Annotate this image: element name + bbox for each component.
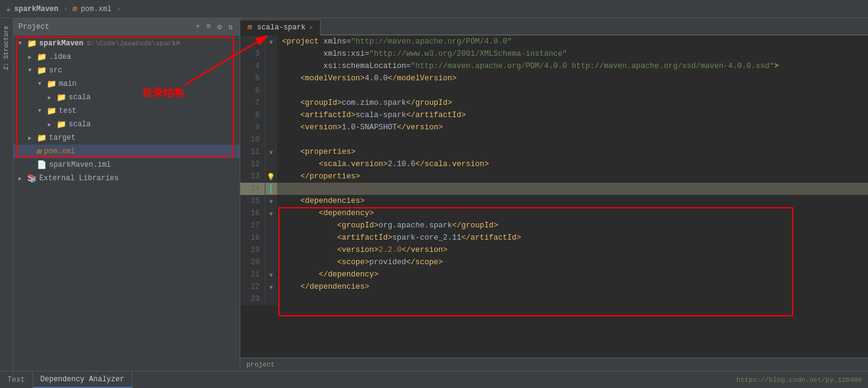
- bottom-bar: Text Dependency Analyzer https://blog.cs…: [0, 371, 868, 388]
- arrow-scala-main: ▶: [48, 94, 56, 101]
- breadcrumb-sep2: ›: [116, 5, 121, 13]
- code-line-14: 14: [240, 183, 868, 195]
- gear-icon[interactable]: ⚙: [215, 22, 224, 32]
- fold-icon-16[interactable]: ▼: [269, 211, 273, 218]
- tree-item-extlibs[interactable]: ▶ 📚 External Libraries: [13, 172, 240, 185]
- code-line-11: 11 ▼ <properties>: [240, 146, 868, 158]
- code-line-23: 23: [240, 293, 868, 305]
- tree-label-iml: sparkMaven.iml: [49, 161, 111, 169]
- app-window: ☕ sparkMaven › m pom.xml › Z: Structure …: [0, 0, 868, 388]
- maven-icon-pom: m: [37, 147, 42, 156]
- code-line-8: 8 <artifactId>scala-spark</artifactId>: [240, 109, 868, 121]
- code-line-9: 9 <version>1.0-SNAPSHOT</version>: [240, 121, 868, 134]
- tree-item-iml[interactable]: ▶ 📄 sparkMaven.iml: [13, 158, 240, 172]
- sidebar-strip: Z: Structure: [0, 18, 13, 371]
- code-line-20: 20 <scope>provided</scope>: [240, 256, 868, 268]
- code-line-17: 17 <groupId>org.apache.spark</groupId>: [240, 219, 868, 232]
- top-file-name: pom.xml: [81, 5, 112, 13]
- caret-indicator: [270, 184, 272, 194]
- project-panel: Project + ≡ ⚙ ⇅ ▼ 📁 sparkMaven D:\Code\J…: [13, 18, 240, 371]
- arrow-test: ▼: [38, 108, 47, 114]
- tree-item-main[interactable]: ▼ 📁 main: [13, 77, 240, 91]
- code-line-15: 15 ▼ <dependencies>: [240, 195, 868, 207]
- project-tree: ▼ 📁 sparkMaven D:\Code\JavaCode\sparkM ▶…: [13, 36, 240, 371]
- code-line-12: 12 <scala.version>2.10.6</scala.version>: [240, 158, 868, 170]
- app-icon: ☕: [6, 4, 10, 13]
- tree-label-scala-main: scala: [69, 93, 91, 102]
- tab-scala-spark[interactable]: m scala-spark ✕: [240, 20, 321, 36]
- project-panel-header: Project + ≡ ⚙ ⇅: [13, 18, 240, 36]
- tree-label-sparkMaven: sparkMaven: [39, 39, 83, 48]
- folder-icon-src: 📁: [37, 66, 47, 75]
- tab-maven-icon: m: [248, 23, 252, 32]
- code-line-19: 19 <version>2.2.0</version>: [240, 244, 868, 256]
- settings-icon[interactable]: ≡: [205, 22, 213, 31]
- bottom-tab-dependency-label: Dependency Analyzer: [40, 375, 124, 384]
- tree-item-idea[interactable]: ▶ 📁 .idea: [13, 50, 240, 64]
- code-line-7: 7 <groupId>com.zimo.spark</groupId>: [240, 97, 868, 109]
- code-line-22: 22 ▼ </dependencies>: [240, 281, 868, 293]
- tree-label-scala-test: scala: [69, 120, 91, 129]
- code-line-18: 18 <artifactId>spark-core_2.11</artifact…: [240, 232, 868, 244]
- folder-icon-main: 📁: [47, 79, 56, 89]
- tree-item-test[interactable]: ▼ 📁 test: [13, 104, 240, 118]
- tree-label-idea: .idea: [49, 53, 71, 61]
- tree-label-test: test: [59, 107, 77, 115]
- file-icon-iml: 📄: [37, 160, 47, 170]
- code-lines: 2 ▼ <project xmlns="http://maven.apache.…: [240, 36, 868, 305]
- tree-label-src: src: [49, 66, 63, 75]
- tree-label-main: main: [59, 80, 77, 88]
- tree-label-pom: pom.xml: [44, 147, 75, 156]
- fold-icon-11[interactable]: ▼: [269, 150, 273, 156]
- bottom-tab-dependency[interactable]: Dependency Analyzer: [33, 371, 132, 388]
- bottom-tab-text-label: Text: [7, 376, 25, 384]
- arrow-sparkMaven: ▼: [18, 40, 27, 47]
- tree-item-sparkMaven[interactable]: ▼ 📁 sparkMaven D:\Code\JavaCode\sparkM: [13, 37, 240, 50]
- tree-item-scala-test[interactable]: ▶ 📁 scala: [13, 118, 240, 131]
- arrow-main: ▼: [38, 81, 47, 87]
- folder-icon-test: 📁: [47, 106, 56, 116]
- code-line-10: 10: [240, 134, 868, 146]
- folder-icon-scala-test: 📁: [56, 120, 66, 129]
- add-icon[interactable]: +: [194, 22, 202, 31]
- tree-label-extlibs: External Libraries: [39, 174, 119, 183]
- fold-icon-22[interactable]: ▼: [269, 284, 273, 291]
- tree-item-src[interactable]: ▼ 📁 src: [13, 64, 240, 77]
- tab-label: scala-spark: [257, 23, 305, 32]
- folder-icon-idea: 📁: [37, 52, 47, 62]
- code-line-16: 16 ▼ <dependency>: [240, 207, 868, 219]
- tab-close-icon[interactable]: ✕: [309, 24, 313, 31]
- tree-item-pom[interactable]: ▶ m pom.xml: [13, 145, 240, 158]
- structure-panel-label[interactable]: Z: Structure: [3, 26, 10, 70]
- folder-icon-scala-main: 📁: [56, 93, 66, 102]
- fold-icon-2[interactable]: ▼: [269, 39, 273, 46]
- tree-item-target[interactable]: ▶ 📁 target: [13, 131, 240, 145]
- project-name: sparkMaven: [14, 5, 58, 13]
- arrow-target: ▶: [28, 135, 37, 142]
- top-bar: ☕ sparkMaven › m pom.xml ›: [0, 0, 868, 18]
- file-type-icon: m: [72, 5, 77, 13]
- tree-item-scala-main[interactable]: ▶ 📁 scala: [13, 91, 240, 104]
- arrow-src: ▼: [28, 67, 37, 74]
- code-line-21: 21 ▼ </dependency>: [240, 268, 868, 281]
- editor-content[interactable]: 2 ▼ <project xmlns="http://maven.apache.…: [240, 36, 868, 357]
- sort-icon[interactable]: ⇅: [226, 22, 235, 32]
- arrow-extlibs: ▶: [18, 175, 27, 182]
- fold-icon-15[interactable]: ▼: [269, 199, 273, 205]
- bottom-right-url: https://blog.csdn.net/py_120406: [736, 371, 868, 388]
- project-panel-title: Project: [18, 23, 191, 31]
- main-layout: Z: Structure Project + ≡ ⚙ ⇅ ▼ 📁 sparkMa…: [0, 18, 868, 371]
- csdn-url: https://blog.csdn.net/py_120406: [736, 376, 862, 384]
- editor-area: m scala-spark ✕ 2 ▼ <project xmlns="http…: [240, 18, 868, 371]
- code-line-6: 6: [240, 85, 868, 97]
- tree-label-target: target: [49, 134, 75, 142]
- bottom-tab-text[interactable]: Text: [0, 371, 33, 388]
- code-line-13: 13 💡 </properties>: [240, 170, 868, 183]
- breadcrumb-project: project: [246, 361, 275, 368]
- code-line-2: 2 ▼ <project xmlns="http://maven.apache.…: [240, 36, 868, 48]
- bulb-icon-13[interactable]: 💡: [267, 173, 275, 181]
- fold-icon-21[interactable]: ▼: [269, 272, 273, 279]
- editor-tabs: m scala-spark ✕: [240, 18, 868, 36]
- folder-icon-target: 📁: [37, 133, 47, 143]
- code-line-3: 3 xmlns:xsi="http://www.w3.org/2001/XMLS…: [240, 48, 868, 60]
